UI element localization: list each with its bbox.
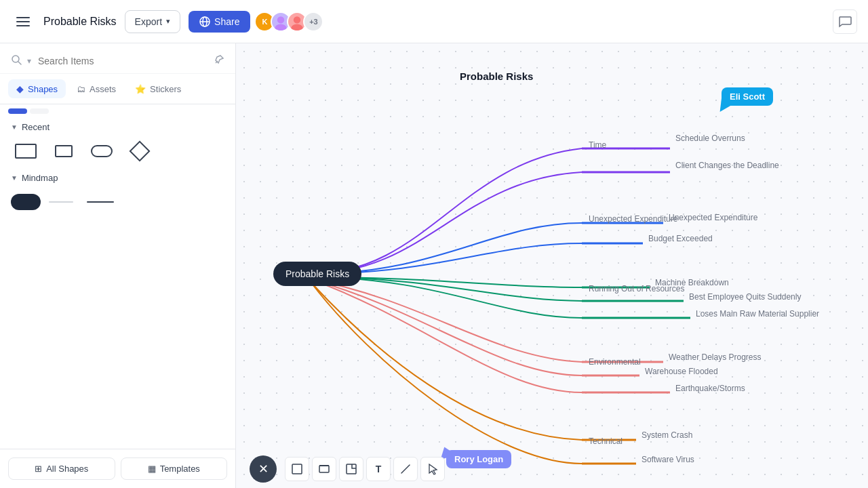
sticky-tool-icon — [345, 463, 357, 475]
mindmap-node-item[interactable] — [11, 190, 41, 214]
templates-label: Templates — [160, 464, 200, 474]
sidebar-bottom: ⊞ All Shapes ▦ Templates — [0, 449, 235, 488]
svg-rect-26 — [319, 466, 329, 472]
all-shapes-button[interactable]: ⊞ All Shapes — [8, 458, 115, 480]
tab-bar: ◆ Shapes 🗂 Assets ⭐ Stickers — [0, 74, 235, 104]
svg-point-8 — [294, 16, 300, 23]
pin-icon[interactable] — [214, 54, 224, 68]
templates-icon: ▦ — [148, 464, 156, 474]
comment-button[interactable] — [833, 9, 857, 34]
search-icon — [11, 54, 22, 68]
stickers-label: Stickers — [150, 84, 181, 94]
mindmap-arrow-icon: ▼ — [11, 174, 18, 182]
export-label: Export — [135, 16, 162, 27]
search-bar: ▾ — [0, 43, 235, 74]
mindmap-node-shape — [11, 194, 41, 210]
svg-rect-0 — [16, 17, 30, 18]
branch-label-environmental: Environmental — [589, 357, 641, 367]
recent-label: Recent — [22, 122, 50, 132]
tab-stickers[interactable]: ⭐ Stickers — [127, 79, 189, 98]
header: Probable Risks Export ▾ Share K +3 — [0, 0, 868, 43]
leaf-machine-breakdown: Machine Breakdown — [655, 278, 729, 287]
leaf-budget-exceeded: Budget Exceeded — [648, 234, 713, 243]
shape-pill[interactable] — [87, 139, 117, 163]
svg-point-9 — [292, 24, 303, 32]
cursor-eli: Eli Scott — [722, 87, 773, 106]
tool-pointer-button[interactable] — [420, 457, 445, 481]
assets-icon: 🗂 — [77, 84, 85, 94]
templates-button[interactable]: ▦ Templates — [121, 458, 228, 480]
tool-line-button[interactable] — [393, 457, 418, 481]
svg-rect-28 — [347, 464, 356, 474]
tool-text-button[interactable]: T — [366, 457, 391, 481]
sidebar: ▾ ◆ Shapes 🗂 Assets ⭐ Stickers ▼ Recen — [0, 43, 236, 488]
frame-tool-icon — [318, 463, 330, 475]
cursor-eli-name: Eli Scott — [730, 92, 765, 102]
tool-sticky-button[interactable] — [339, 457, 363, 481]
rect-tool-icon — [291, 463, 303, 475]
document-title: Probable Risks — [43, 16, 117, 28]
subtab-2[interactable] — [30, 108, 49, 114]
leaf-unexpected-expenditure: Unexpected Expenditure — [669, 213, 757, 222]
shapes-label: Shapes — [28, 84, 58, 94]
all-shapes-icon: ⊞ — [35, 464, 42, 474]
recent-shapes-row — [0, 135, 235, 167]
shape-diamond[interactable] — [125, 139, 155, 163]
branch-label-expenditure: Unexpected Expenditure — [589, 214, 677, 224]
share-button[interactable]: Share — [189, 11, 250, 33]
text-tool-icon: T — [376, 464, 382, 474]
bottom-toolbar: ✕ T — [236, 450, 868, 488]
stickers-icon: ⭐ — [135, 84, 146, 94]
leaf-client-changes: Client Changes the Deadline — [675, 161, 779, 170]
pointer-tool-icon — [427, 463, 439, 475]
svg-line-11 — [18, 62, 21, 64]
assets-label: Assets — [90, 84, 116, 94]
leaf-loses-supplier: Loses Main Raw Material Supplier — [696, 309, 819, 319]
tool-frame-button[interactable] — [312, 457, 336, 481]
tab-shapes[interactable]: ◆ Shapes — [8, 79, 66, 98]
close-button[interactable]: ✕ — [250, 455, 277, 483]
line-tool-icon — [399, 463, 412, 475]
share-label: Share — [214, 16, 239, 27]
mindmap-label: Mindmap — [22, 173, 58, 183]
leaf-weather-delays: Weather Delays Progress — [669, 352, 762, 362]
svg-rect-1 — [16, 21, 30, 22]
mindmap-dashed-line — [49, 197, 79, 207]
close-icon: ✕ — [258, 462, 269, 476]
canvas: Probable Risks — [236, 43, 868, 488]
branch-label-technical: Technical — [589, 436, 623, 446]
section-mindmap[interactable]: ▼ Mindmap — [0, 167, 235, 186]
sidebar-subtabs — [0, 104, 235, 117]
search-dropdown-icon: ▾ — [27, 56, 31, 66]
mindmap-items-row — [0, 186, 235, 218]
menu-button[interactable] — [11, 9, 35, 34]
subtab-1[interactable] — [8, 108, 27, 114]
pill-shape — [91, 145, 113, 157]
shape-rectangle-small[interactable] — [49, 139, 79, 163]
shape-rectangle[interactable] — [11, 139, 41, 163]
diamond-shape — [129, 140, 150, 161]
section-recent[interactable]: ▼ Recent — [0, 117, 235, 135]
center-node-label: Probable Risks — [285, 268, 349, 279]
mindmap-line1-item[interactable] — [49, 190, 79, 214]
shapes-icon: ◆ — [16, 83, 24, 94]
svg-rect-2 — [16, 25, 30, 26]
export-chevron-icon: ▾ — [166, 17, 170, 26]
leaf-warehouse-flooded: Warehouse Flooded — [645, 367, 718, 376]
leaf-earthquake: Earthquake/Storms — [675, 384, 745, 393]
all-shapes-label: All Shapes — [46, 464, 88, 474]
mindmap-solid-line — [87, 197, 117, 207]
leaf-employee-quits: Best Employee Quits Suddenly — [689, 292, 801, 302]
center-node[interactable]: Probable Risks — [273, 262, 361, 286]
tab-assets[interactable]: 🗂 Assets — [68, 79, 124, 98]
search-input[interactable] — [38, 56, 208, 66]
tool-rect-button[interactable] — [285, 457, 309, 481]
recent-arrow-icon: ▼ — [11, 123, 18, 131]
globe-icon — [199, 16, 210, 27]
rectangle-shape — [15, 144, 37, 159]
avatar-overflow-count: +3 — [303, 12, 323, 32]
avatar-group: K +3 — [258, 12, 323, 32]
mindmap-line2-item[interactable] — [87, 190, 117, 214]
svg-point-6 — [277, 16, 284, 23]
export-button[interactable]: Export ▾ — [125, 10, 180, 33]
